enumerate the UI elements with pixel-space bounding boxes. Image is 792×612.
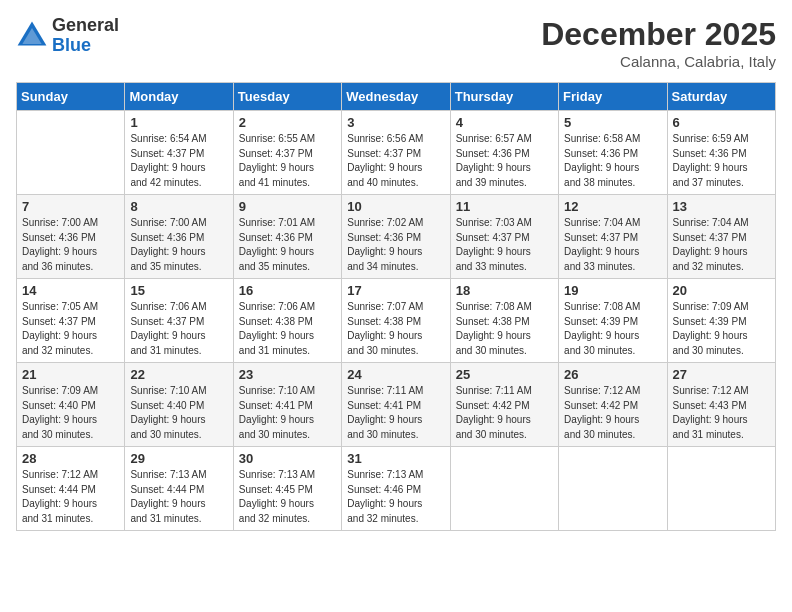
calendar-cell: 29Sunrise: 7:13 AMSunset: 4:44 PMDayligh… xyxy=(125,447,233,531)
day-info: Sunrise: 7:08 AMSunset: 4:39 PMDaylight:… xyxy=(564,300,661,358)
day-number: 11 xyxy=(456,199,553,214)
day-info: Sunrise: 7:05 AMSunset: 4:37 PMDaylight:… xyxy=(22,300,119,358)
day-info: Sunrise: 7:02 AMSunset: 4:36 PMDaylight:… xyxy=(347,216,444,274)
weekday-header: Sunday xyxy=(17,83,125,111)
calendar-cell: 6Sunrise: 6:59 AMSunset: 4:36 PMDaylight… xyxy=(667,111,775,195)
day-info: Sunrise: 7:13 AMSunset: 4:44 PMDaylight:… xyxy=(130,468,227,526)
day-number: 23 xyxy=(239,367,336,382)
day-info: Sunrise: 7:08 AMSunset: 4:38 PMDaylight:… xyxy=(456,300,553,358)
day-info: Sunrise: 7:04 AMSunset: 4:37 PMDaylight:… xyxy=(673,216,770,274)
day-number: 3 xyxy=(347,115,444,130)
calendar-week-row: 14Sunrise: 7:05 AMSunset: 4:37 PMDayligh… xyxy=(17,279,776,363)
day-number: 29 xyxy=(130,451,227,466)
day-info: Sunrise: 7:00 AMSunset: 4:36 PMDaylight:… xyxy=(22,216,119,274)
day-number: 22 xyxy=(130,367,227,382)
logo-general: General xyxy=(52,16,119,36)
day-info: Sunrise: 7:06 AMSunset: 4:38 PMDaylight:… xyxy=(239,300,336,358)
day-number: 20 xyxy=(673,283,770,298)
day-number: 31 xyxy=(347,451,444,466)
calendar-cell: 18Sunrise: 7:08 AMSunset: 4:38 PMDayligh… xyxy=(450,279,558,363)
calendar-cell: 24Sunrise: 7:11 AMSunset: 4:41 PMDayligh… xyxy=(342,363,450,447)
day-number: 24 xyxy=(347,367,444,382)
weekday-header: Friday xyxy=(559,83,667,111)
calendar-cell: 13Sunrise: 7:04 AMSunset: 4:37 PMDayligh… xyxy=(667,195,775,279)
day-info: Sunrise: 6:59 AMSunset: 4:36 PMDaylight:… xyxy=(673,132,770,190)
day-info: Sunrise: 7:13 AMSunset: 4:45 PMDaylight:… xyxy=(239,468,336,526)
calendar-week-row: 21Sunrise: 7:09 AMSunset: 4:40 PMDayligh… xyxy=(17,363,776,447)
day-number: 19 xyxy=(564,283,661,298)
day-number: 28 xyxy=(22,451,119,466)
calendar-cell: 7Sunrise: 7:00 AMSunset: 4:36 PMDaylight… xyxy=(17,195,125,279)
day-info: Sunrise: 6:58 AMSunset: 4:36 PMDaylight:… xyxy=(564,132,661,190)
calendar-cell: 21Sunrise: 7:09 AMSunset: 4:40 PMDayligh… xyxy=(17,363,125,447)
day-info: Sunrise: 7:01 AMSunset: 4:36 PMDaylight:… xyxy=(239,216,336,274)
calendar-cell xyxy=(667,447,775,531)
calendar-cell: 17Sunrise: 7:07 AMSunset: 4:38 PMDayligh… xyxy=(342,279,450,363)
calendar-cell: 31Sunrise: 7:13 AMSunset: 4:46 PMDayligh… xyxy=(342,447,450,531)
calendar-cell: 12Sunrise: 7:04 AMSunset: 4:37 PMDayligh… xyxy=(559,195,667,279)
day-info: Sunrise: 6:56 AMSunset: 4:37 PMDaylight:… xyxy=(347,132,444,190)
calendar-cell xyxy=(17,111,125,195)
weekday-header: Saturday xyxy=(667,83,775,111)
day-number: 10 xyxy=(347,199,444,214)
page-header: General Blue December 2025 Calanna, Cala… xyxy=(16,16,776,70)
day-number: 8 xyxy=(130,199,227,214)
day-number: 12 xyxy=(564,199,661,214)
logo: General Blue xyxy=(16,16,119,56)
calendar-cell: 30Sunrise: 7:13 AMSunset: 4:45 PMDayligh… xyxy=(233,447,341,531)
calendar-cell: 2Sunrise: 6:55 AMSunset: 4:37 PMDaylight… xyxy=(233,111,341,195)
day-number: 17 xyxy=(347,283,444,298)
calendar-cell: 22Sunrise: 7:10 AMSunset: 4:40 PMDayligh… xyxy=(125,363,233,447)
calendar-cell xyxy=(559,447,667,531)
weekday-header: Monday xyxy=(125,83,233,111)
day-number: 6 xyxy=(673,115,770,130)
title-area: December 2025 Calanna, Calabria, Italy xyxy=(541,16,776,70)
day-number: 18 xyxy=(456,283,553,298)
calendar-cell: 26Sunrise: 7:12 AMSunset: 4:42 PMDayligh… xyxy=(559,363,667,447)
day-info: Sunrise: 7:04 AMSunset: 4:37 PMDaylight:… xyxy=(564,216,661,274)
calendar-cell: 25Sunrise: 7:11 AMSunset: 4:42 PMDayligh… xyxy=(450,363,558,447)
day-info: Sunrise: 7:12 AMSunset: 4:43 PMDaylight:… xyxy=(673,384,770,442)
location: Calanna, Calabria, Italy xyxy=(541,53,776,70)
day-number: 2 xyxy=(239,115,336,130)
day-number: 16 xyxy=(239,283,336,298)
day-number: 13 xyxy=(673,199,770,214)
calendar-week-row: 28Sunrise: 7:12 AMSunset: 4:44 PMDayligh… xyxy=(17,447,776,531)
day-info: Sunrise: 7:12 AMSunset: 4:44 PMDaylight:… xyxy=(22,468,119,526)
calendar-cell: 19Sunrise: 7:08 AMSunset: 4:39 PMDayligh… xyxy=(559,279,667,363)
logo-icon xyxy=(16,20,48,52)
calendar-cell: 5Sunrise: 6:58 AMSunset: 4:36 PMDaylight… xyxy=(559,111,667,195)
day-number: 5 xyxy=(564,115,661,130)
day-info: Sunrise: 7:11 AMSunset: 4:41 PMDaylight:… xyxy=(347,384,444,442)
day-number: 15 xyxy=(130,283,227,298)
day-info: Sunrise: 7:13 AMSunset: 4:46 PMDaylight:… xyxy=(347,468,444,526)
day-info: Sunrise: 7:12 AMSunset: 4:42 PMDaylight:… xyxy=(564,384,661,442)
day-info: Sunrise: 7:10 AMSunset: 4:41 PMDaylight:… xyxy=(239,384,336,442)
day-info: Sunrise: 7:03 AMSunset: 4:37 PMDaylight:… xyxy=(456,216,553,274)
day-info: Sunrise: 6:54 AMSunset: 4:37 PMDaylight:… xyxy=(130,132,227,190)
day-number: 26 xyxy=(564,367,661,382)
calendar-cell: 11Sunrise: 7:03 AMSunset: 4:37 PMDayligh… xyxy=(450,195,558,279)
calendar-cell: 15Sunrise: 7:06 AMSunset: 4:37 PMDayligh… xyxy=(125,279,233,363)
day-number: 4 xyxy=(456,115,553,130)
day-info: Sunrise: 7:09 AMSunset: 4:40 PMDaylight:… xyxy=(22,384,119,442)
calendar-cell xyxy=(450,447,558,531)
day-number: 27 xyxy=(673,367,770,382)
day-info: Sunrise: 7:00 AMSunset: 4:36 PMDaylight:… xyxy=(130,216,227,274)
day-number: 9 xyxy=(239,199,336,214)
calendar-week-row: 7Sunrise: 7:00 AMSunset: 4:36 PMDaylight… xyxy=(17,195,776,279)
day-number: 30 xyxy=(239,451,336,466)
day-number: 14 xyxy=(22,283,119,298)
calendar-cell: 14Sunrise: 7:05 AMSunset: 4:37 PMDayligh… xyxy=(17,279,125,363)
calendar-cell: 10Sunrise: 7:02 AMSunset: 4:36 PMDayligh… xyxy=(342,195,450,279)
month-title: December 2025 xyxy=(541,16,776,53)
day-number: 1 xyxy=(130,115,227,130)
calendar-cell: 3Sunrise: 6:56 AMSunset: 4:37 PMDaylight… xyxy=(342,111,450,195)
logo-blue: Blue xyxy=(52,36,119,56)
logo-text: General Blue xyxy=(52,16,119,56)
day-info: Sunrise: 7:10 AMSunset: 4:40 PMDaylight:… xyxy=(130,384,227,442)
weekday-header: Wednesday xyxy=(342,83,450,111)
weekday-header: Thursday xyxy=(450,83,558,111)
calendar: SundayMondayTuesdayWednesdayThursdayFrid… xyxy=(16,82,776,531)
day-info: Sunrise: 7:11 AMSunset: 4:42 PMDaylight:… xyxy=(456,384,553,442)
